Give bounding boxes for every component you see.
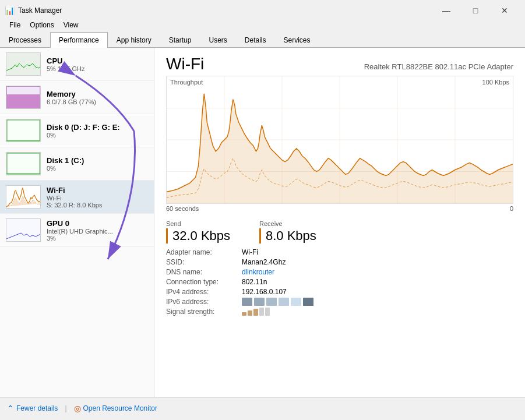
gpu-detail: Intel(R) UHD Graphic... [47,228,148,235]
menu-view[interactable]: View [59,20,83,30]
connection-type-key: Connection type: [166,278,242,286]
adapter-name: Realtek RTL8822BE 802.11ac PCIe Adapter [364,62,513,71]
ipv6-key: IPv6 address: [166,298,242,306]
menu-bar: File Options View [0,19,525,31]
close-button[interactable]: ✕ [491,3,518,17]
sidebar: CPU 5% 1.65 GHz Memory 6.0/7.8 GB (77%) [0,48,154,397]
title-bar: 📊 Task Manager — □ ✕ [0,0,525,19]
signal-bar-2 [248,310,252,316]
detail-panel: Wi-Fi Realtek RTL8822BE 802.11ac PCIe Ad… [154,48,525,397]
cpu-info: CPU 5% 1.65 GHz [47,57,148,72]
disk0-label: Disk 0 (D: J: F: G: E: [47,123,148,132]
signal-bar-1 [242,312,246,316]
disk1-thumbnail [6,152,41,175]
resource-monitor-label: Open Resource Monitor [83,404,157,412]
detail-title: Wi-Fi [166,55,204,73]
ipv6-bar-1 [242,298,252,306]
sidebar-item-wifi[interactable]: Wi-Fi Wi-Fi S: 32.0 R: 8.0 Kbps [0,181,154,214]
tab-processes[interactable]: Processes [0,32,50,48]
footer: ⌃ Fewer details | ◎ Open Resource Monito… [0,397,525,418]
gpu-label: GPU 0 [47,219,148,228]
tab-details[interactable]: Details [236,32,275,48]
tab-performance[interactable]: Performance [50,32,108,48]
disk0-thumbnail [6,119,41,142]
connection-type-val: 802.11n [242,278,513,286]
ipv6-bar-2 [254,298,265,306]
receive-stat: Receive 8.0 Kbps [259,220,341,243]
ipv4-val: 192.168.0.107 [242,288,513,296]
sidebar-item-disk0[interactable]: Disk 0 (D: J: F: G: E: 0% [0,114,154,147]
tab-app-history[interactable]: App history [108,32,160,48]
fewer-details-button[interactable]: ⌃ Fewer details [7,404,58,413]
sidebar-item-memory[interactable]: Memory 6.0/7.8 GB (77%) [0,81,154,114]
cpu-thumbnail [6,52,41,76]
ipv6-bar-3 [266,298,277,306]
wifi-detail: Wi-Fi [47,195,148,202]
receive-label: Receive [259,220,341,227]
cpu-label: CPU [47,57,148,65]
stats-section: Send 32.0 Kbps Receive 8.0 Kbps [166,220,513,243]
ssid-val: Manan2.4Ghz [242,258,513,266]
gpu-info: GPU 0 Intel(R) UHD Graphic... 3% [47,219,148,242]
memory-thumbnail [6,86,41,109]
signal-val [242,308,513,316]
main-content: CPU 5% 1.65 GHz Memory 6.0/7.8 GB (77%) [0,48,525,397]
sidebar-item-gpu[interactable]: GPU 0 Intel(R) UHD Graphic... 3% [0,214,154,247]
chart-time-label: 60 seconds [166,205,199,212]
window-title: Task Manager [18,6,62,15]
chart-throughput-label: Throughput [170,79,203,86]
tab-users[interactable]: Users [200,32,235,48]
signal-bar-5 [265,308,270,316]
send-stat: Send 32.0 Kbps [166,220,248,243]
ipv6-val [242,298,513,306]
detail-table: Adapter name: Wi-Fi SSID: Manan2.4Ghz DN… [166,248,513,316]
throughput-chart: Throughput 100 Kbps [166,76,513,204]
chart-bottom-labels: 60 seconds 0 [166,205,513,212]
gpu-percent: 3% [47,235,148,242]
chart-max-label: 100 Kbps [482,79,509,86]
receive-value: 8.0 Kbps [259,228,341,243]
title-bar-left: 📊 Task Manager [5,6,62,15]
memory-detail: 6.0/7.8 GB (77%) [47,98,148,105]
disk0-info: Disk 0 (D: J: F: G: E: 0% [47,123,148,139]
wifi-speed: S: 32.0 R: 8.0 Kbps [47,202,148,209]
sidebar-item-cpu[interactable]: CPU 5% 1.65 GHz [0,48,154,81]
ssid-key: SSID: [166,258,242,266]
wifi-info: Wi-Fi Wi-Fi S: 32.0 R: 8.0 Kbps [47,186,148,209]
app-icon: 📊 [5,6,15,15]
footer-divider: | [65,404,66,412]
fewer-details-icon: ⌃ [7,404,14,413]
maximize-button[interactable]: □ [462,3,489,17]
tab-services[interactable]: Services [275,32,319,48]
memory-info: Memory 6.0/7.8 GB (77%) [47,90,148,105]
dns-key: DNS name: [166,268,242,276]
ipv6-bars [242,298,513,306]
disk0-detail: 0% [47,132,148,139]
ipv6-bar-4 [279,298,289,306]
ipv6-bar-6 [303,298,313,306]
signal-bars [242,308,513,316]
svg-rect-8 [6,219,40,241]
disk1-detail: 0% [47,165,148,172]
menu-options[interactable]: Options [25,20,58,30]
signal-bar-4 [259,308,264,316]
signal-bar-3 [253,309,258,316]
disk1-label: Disk 1 (C:) [47,156,148,165]
wifi-label: Wi-Fi [47,186,148,195]
ipv6-bar-5 [291,298,301,306]
title-bar-controls: — □ ✕ [433,3,518,17]
chart-min-label: 0 [510,205,513,212]
open-resource-monitor-button[interactable]: ◎ Open Resource Monitor [74,404,157,413]
signal-key: Signal strength: [166,308,242,316]
sidebar-item-disk1[interactable]: Disk 1 (C:) 0% [0,147,154,181]
detail-header: Wi-Fi Realtek RTL8822BE 802.11ac PCIe Ad… [154,48,525,76]
svg-rect-1 [6,119,40,142]
tab-startup[interactable]: Startup [160,32,200,48]
cpu-detail: 5% 1.65 GHz [47,65,148,72]
resource-monitor-icon: ◎ [74,404,81,413]
svg-rect-4 [6,153,40,175]
menu-file[interactable]: File [5,20,25,30]
minimize-button[interactable]: — [433,3,460,17]
adapter-name-key: Adapter name: [166,248,242,256]
tab-bar: Processes Performance App history Startu… [0,31,525,48]
